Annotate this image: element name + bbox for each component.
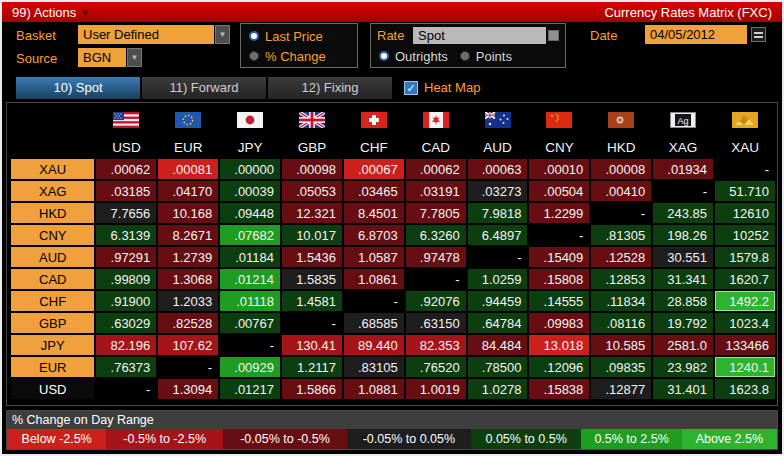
rate-cell-cny-jpy[interactable]: .07682	[220, 225, 280, 245]
rate-cell-chf-aud[interactable]: .94459	[468, 291, 528, 311]
row-header-gbp[interactable]: GBP	[11, 313, 94, 333]
tab-10-spot[interactable]: 10) Spot	[16, 77, 140, 99]
rate-cell-usd-gbp[interactable]: 1.5866	[282, 379, 342, 399]
rate-cell-usd-xau[interactable]: 1623.8	[715, 379, 775, 399]
column-header-eur[interactable]: EUR	[158, 137, 218, 157]
rate-cell-aud-cad[interactable]: .97478	[406, 247, 466, 267]
rate-cell-jpy-jpy[interactable]: -	[220, 335, 280, 355]
rate-cell-gbp-aud[interactable]: .64784	[468, 313, 528, 333]
rate-cell-cad-jpy[interactable]: .01214	[220, 269, 280, 289]
rate-cell-xag-jpy[interactable]: .00039	[220, 181, 280, 201]
rate-cell-jpy-hkd[interactable]: 10.585	[591, 335, 651, 355]
row-header-chf[interactable]: CHF	[11, 291, 94, 311]
rate-cell-hkd-hkd[interactable]: -	[591, 203, 651, 223]
rate-cell-chf-cad[interactable]: .92076	[406, 291, 466, 311]
rate-cell-aud-gbp[interactable]: 1.5436	[282, 247, 342, 267]
rate-cell-jpy-aud[interactable]: 84.484	[468, 335, 528, 355]
rate-cell-hkd-jpy[interactable]: .09448	[220, 203, 280, 223]
rate-cell-xag-gbp[interactable]: .05053	[282, 181, 342, 201]
rate-cell-xau-hkd[interactable]: .00008	[591, 159, 651, 179]
row-header-jpy[interactable]: JPY	[11, 335, 94, 355]
rate-cell-xag-cad[interactable]: .03191	[406, 181, 466, 201]
row-header-hkd[interactable]: HKD	[11, 203, 94, 223]
radio-price-change[interactable]: % Change	[241, 46, 357, 66]
column-header-cad[interactable]: CAD	[406, 137, 466, 157]
rate-cell-xau-eur[interactable]: .00081	[158, 159, 218, 179]
date-field[interactable]: 04/05/2012	[645, 25, 747, 44]
source-dropdown-arrow-icon[interactable]: ▼	[127, 48, 142, 67]
rate-cell-cny-cad[interactable]: 6.3260	[406, 225, 466, 245]
rate-cell-hkd-aud[interactable]: 7.9818	[468, 203, 528, 223]
rate-cell-gbp-jpy[interactable]: .00767	[220, 313, 280, 333]
rate-cell-jpy-xag[interactable]: 2581.0	[653, 335, 713, 355]
row-header-eur[interactable]: EUR	[11, 357, 94, 377]
rate-cell-xag-xau[interactable]: 51.710	[715, 181, 775, 201]
rate-cell-eur-hkd[interactable]: .09835	[591, 357, 651, 377]
rate-cell-hkd-eur[interactable]: 10.168	[158, 203, 218, 223]
rate-cell-usd-aud[interactable]: 1.0278	[468, 379, 528, 399]
rate-cell-hkd-usd[interactable]: 7.7656	[96, 203, 156, 223]
rate-cell-xau-aud[interactable]: .00063	[468, 159, 528, 179]
rate-cell-aud-usd[interactable]: .97291	[96, 247, 156, 267]
rate-cell-hkd-cny[interactable]: 1.2299	[529, 203, 589, 223]
column-header-hkd[interactable]: HKD	[591, 137, 651, 157]
rate-cell-jpy-eur[interactable]: 107.62	[158, 335, 218, 355]
column-header-aud[interactable]: AUD	[468, 137, 528, 157]
rate-cell-xau-cad[interactable]: .00062	[406, 159, 466, 179]
heatmap-checkbox-icon[interactable]: ✓	[404, 81, 418, 95]
rate-dropdown[interactable]: Spot	[413, 27, 546, 44]
basket-dropdown[interactable]: User Defined	[78, 25, 214, 44]
rate-cell-eur-eur[interactable]: -	[158, 357, 218, 377]
rate-cell-jpy-cny[interactable]: 13.018	[529, 335, 589, 355]
rate-cell-eur-usd[interactable]: .76373	[96, 357, 156, 377]
tab-11-forward[interactable]: 11) Forward	[142, 77, 266, 99]
rate-cell-eur-cad[interactable]: .76520	[406, 357, 466, 377]
row-header-cny[interactable]: CNY	[11, 225, 94, 245]
rate-cell-eur-xau[interactable]: 1240.1	[715, 357, 775, 377]
rate-cell-usd-xag[interactable]: 31.401	[653, 379, 713, 399]
rate-cell-gbp-gbp[interactable]: -	[282, 313, 342, 333]
rate-cell-chf-hkd[interactable]: .11834	[591, 291, 651, 311]
row-header-usd[interactable]: USD	[11, 379, 94, 399]
rate-cell-hkd-gbp[interactable]: 12.321	[282, 203, 342, 223]
rate-cell-eur-jpy[interactable]: .00929	[220, 357, 280, 377]
rate-cell-aud-jpy[interactable]: .01184	[220, 247, 280, 267]
radio-rate-points[interactable]: Points	[452, 46, 512, 66]
rate-cell-cad-aud[interactable]: 1.0259	[468, 269, 528, 289]
rate-cell-xau-jpy[interactable]: .00000	[220, 159, 280, 179]
rate-cell-hkd-cad[interactable]: 7.7805	[406, 203, 466, 223]
column-header-cny[interactable]: CNY	[529, 137, 589, 157]
radio-rate-outrights[interactable]: Outrights	[371, 46, 448, 66]
rate-cell-xag-aud[interactable]: .03273	[468, 181, 528, 201]
rate-cell-aud-hkd[interactable]: .12528	[591, 247, 651, 267]
rate-cell-usd-usd[interactable]: -	[96, 379, 156, 399]
rate-cell-chf-eur[interactable]: 1.2033	[158, 291, 218, 311]
row-header-cad[interactable]: CAD	[11, 269, 94, 289]
rate-cell-cad-hkd[interactable]: .12853	[591, 269, 651, 289]
rate-cell-chf-gbp[interactable]: 1.4581	[282, 291, 342, 311]
rate-cell-cny-chf[interactable]: 6.8703	[344, 225, 404, 245]
rate-cell-cad-gbp[interactable]: 1.5835	[282, 269, 342, 289]
rate-cell-jpy-xau[interactable]: 133466	[715, 335, 775, 355]
rate-cell-chf-chf[interactable]: -	[344, 291, 404, 311]
rate-cell-cad-usd[interactable]: .99809	[96, 269, 156, 289]
rate-cell-usd-chf[interactable]: 1.0881	[344, 379, 404, 399]
rate-cell-aud-eur[interactable]: 1.2739	[158, 247, 218, 267]
rate-cell-chf-xau[interactable]: 1492.2	[715, 291, 775, 311]
rate-cell-xau-gbp[interactable]: .00098	[282, 159, 342, 179]
rate-cell-chf-xag[interactable]: 28.858	[653, 291, 713, 311]
rate-cell-hkd-chf[interactable]: 8.4501	[344, 203, 404, 223]
rate-cell-eur-gbp[interactable]: 1.2117	[282, 357, 342, 377]
rate-cell-cad-xag[interactable]: 31.341	[653, 269, 713, 289]
rate-cell-aud-cny[interactable]: .15409	[529, 247, 589, 267]
heatmap-toggle[interactable]: ✓Heat Map	[404, 80, 480, 95]
rate-cell-usd-cny[interactable]: .15838	[529, 379, 589, 399]
rate-cell-cny-hkd[interactable]: .81305	[591, 225, 651, 245]
rate-cell-aud-chf[interactable]: 1.0587	[344, 247, 404, 267]
rate-cell-jpy-usd[interactable]: 82.196	[96, 335, 156, 355]
source-dropdown[interactable]: BGN	[78, 48, 126, 67]
rate-cell-usd-cad[interactable]: 1.0019	[406, 379, 466, 399]
rate-cell-jpy-gbp[interactable]: 130.41	[282, 335, 342, 355]
rate-cell-eur-chf[interactable]: .83105	[344, 357, 404, 377]
rate-cell-usd-hkd[interactable]: .12877	[591, 379, 651, 399]
